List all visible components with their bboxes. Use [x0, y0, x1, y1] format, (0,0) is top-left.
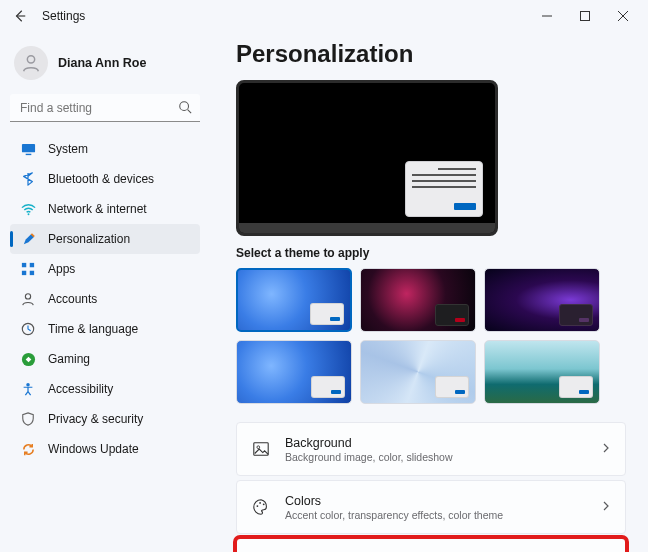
palette-icon: [251, 497, 271, 517]
svg-point-18: [263, 503, 265, 505]
svg-rect-6: [22, 263, 26, 267]
svg-rect-8: [22, 271, 26, 275]
close-icon: [618, 11, 628, 21]
clock-icon: [20, 321, 36, 337]
apps-icon: [20, 261, 36, 277]
user-name: Diana Ann Roe: [58, 56, 146, 70]
wifi-icon: [20, 201, 36, 217]
setting-title: Background: [285, 436, 587, 450]
update-icon: [20, 441, 36, 457]
nav-privacy[interactable]: Privacy & security: [10, 404, 200, 434]
image-icon: [251, 439, 271, 459]
person-icon: [20, 52, 42, 74]
svg-point-2: [180, 102, 189, 111]
paintbrush-icon: [20, 231, 36, 247]
chevron-right-icon: [601, 500, 611, 514]
nav-update[interactable]: Windows Update: [10, 434, 200, 464]
chevron-right-icon: [601, 442, 611, 456]
minimize-icon: [542, 11, 552, 21]
setting-desc: Accent color, transparency effects, colo…: [285, 509, 587, 521]
nav-apps[interactable]: Apps: [10, 254, 200, 284]
svg-rect-4: [25, 153, 31, 154]
nav-label: Personalization: [48, 232, 130, 246]
avatar: [14, 46, 48, 80]
close-button[interactable]: [604, 2, 642, 30]
gaming-icon: [20, 351, 36, 367]
themes-grid: [236, 268, 626, 404]
svg-point-13: [26, 383, 30, 387]
shield-icon: [20, 411, 36, 427]
nav-bluetooth[interactable]: Bluetooth & devices: [10, 164, 200, 194]
svg-rect-9: [30, 271, 34, 275]
nav-accounts[interactable]: Accounts: [10, 284, 200, 314]
preview-window: [405, 161, 483, 217]
svg-rect-14: [254, 443, 268, 456]
bluetooth-icon: [20, 171, 36, 187]
nav-network[interactable]: Network & internet: [10, 194, 200, 224]
svg-point-15: [257, 446, 260, 449]
nav-gaming[interactable]: Gaming: [10, 344, 200, 374]
search-icon: [178, 100, 192, 117]
svg-rect-7: [30, 263, 34, 267]
nav-label: Network & internet: [48, 202, 147, 216]
theme-option-1[interactable]: [236, 268, 352, 332]
svg-point-17: [259, 502, 261, 504]
system-icon: [20, 141, 36, 157]
nav-list: System Bluetooth & devices Network & int…: [10, 134, 200, 464]
nav-label: Time & language: [48, 322, 138, 336]
svg-rect-0: [581, 12, 590, 21]
nav-label: Privacy & security: [48, 412, 143, 426]
svg-point-1: [27, 56, 34, 63]
nav-label: Gaming: [48, 352, 90, 366]
accessibility-icon: [20, 381, 36, 397]
nav-label: Apps: [48, 262, 75, 276]
svg-point-16: [257, 505, 259, 507]
nav-personalization[interactable]: Personalization: [10, 224, 200, 254]
theme-option-4[interactable]: [236, 340, 352, 404]
theme-section-label: Select a theme to apply: [236, 246, 626, 260]
theme-option-2[interactable]: [360, 268, 476, 332]
nav-label: Windows Update: [48, 442, 139, 456]
search-input[interactable]: [10, 94, 200, 122]
svg-point-10: [25, 294, 30, 299]
svg-rect-3: [21, 143, 34, 151]
nav-label: System: [48, 142, 88, 156]
user-account[interactable]: Diana Ann Roe: [10, 40, 200, 94]
theme-option-3[interactable]: [484, 268, 600, 332]
nav-time[interactable]: Time & language: [10, 314, 200, 344]
search-box[interactable]: [10, 94, 200, 122]
setting-title: Colors: [285, 494, 587, 508]
desktop-preview: [236, 80, 498, 236]
nav-label: Bluetooth & devices: [48, 172, 154, 186]
accounts-icon: [20, 291, 36, 307]
svg-point-5: [27, 213, 29, 215]
nav-label: Accessibility: [48, 382, 113, 396]
setting-desc: Background image, color, slideshow: [285, 451, 587, 463]
setting-themes[interactable]: Themes Install, create, manage: [236, 538, 626, 552]
window-title: Settings: [42, 9, 85, 23]
setting-colors[interactable]: Colors Accent color, transparency effect…: [236, 480, 626, 534]
page-title: Personalization: [236, 40, 626, 68]
minimize-button[interactable]: [528, 2, 566, 30]
nav-accessibility[interactable]: Accessibility: [10, 374, 200, 404]
nav-system[interactable]: System: [10, 134, 200, 164]
nav-label: Accounts: [48, 292, 97, 306]
maximize-button[interactable]: [566, 2, 604, 30]
theme-option-6[interactable]: [484, 340, 600, 404]
maximize-icon: [580, 11, 590, 21]
theme-option-5[interactable]: [360, 340, 476, 404]
arrow-left-icon: [13, 9, 27, 23]
back-button[interactable]: [6, 2, 34, 30]
setting-background[interactable]: Background Background image, color, slid…: [236, 422, 626, 476]
